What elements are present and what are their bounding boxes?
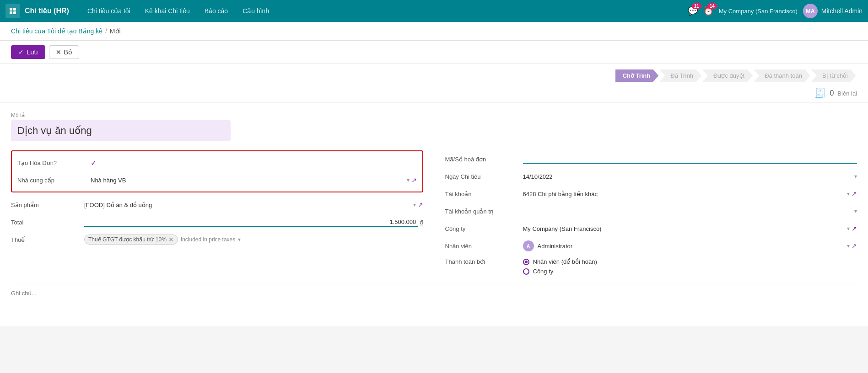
tai-khoan-quan-tri-dropdown-icon[interactable]: ▾ xyxy=(854,208,857,214)
ma-so-hoa-don-value xyxy=(523,155,857,164)
field-total: Total đ xyxy=(11,213,423,231)
total-input[interactable] xyxy=(84,218,418,227)
note-textarea[interactable] xyxy=(11,284,857,316)
messages-badge: 11 xyxy=(692,3,701,9)
radio-cong-ty[interactable]: Công ty xyxy=(523,268,597,275)
nha-cung-cap-label: Nhà cung cấp xyxy=(17,177,91,184)
san-pham-value: [FOOD] Đồ ăn & đồ uống ▾ ↗ xyxy=(84,201,423,208)
san-pham-text: [FOOD] Đồ ăn & đồ uống xyxy=(84,202,411,208)
clock-badge: 14 xyxy=(707,3,717,9)
san-pham-label: Sản phẩm xyxy=(11,202,84,208)
nha-cung-cap-external-link-icon[interactable]: ↗ xyxy=(411,176,417,184)
breadcrumb-current: Mới xyxy=(110,27,121,35)
tai-khoan-value: 6428 Chi phí bằng tiền khác ▾ ↗ xyxy=(523,190,857,197)
nha-cung-cap-value: Nhà hàng VB ▾ ↗ xyxy=(91,176,417,184)
tax-tag-remove-icon[interactable]: ✕ xyxy=(168,236,174,243)
field-tai-khoan: Tài khoản 6428 Chi phí bằng tiền khác ▾ … xyxy=(445,185,857,202)
user-name: Mitchell Admin xyxy=(821,7,863,15)
app-title: Chi tiêu (HR) xyxy=(25,7,69,15)
field-tai-khoan-quan-tri: Tài khoản quản trị ▾ xyxy=(445,202,857,220)
step-da-trinh[interactable]: Đã Trình xyxy=(659,69,701,82)
step-cho-trinh[interactable]: Chờ Trình xyxy=(615,69,659,82)
thanh-toan-boi-value: Nhân viên (để bồi hoàn) Công ty xyxy=(523,258,857,275)
status-steps: Chờ Trình Đã Trình Được duyệt Đã thanh t… xyxy=(0,64,868,82)
menu-ke-khai[interactable]: Kê khai Chi tiêu xyxy=(139,5,196,17)
breadcrumb-separator: / xyxy=(105,27,107,35)
nhan-vien-label: Nhân viên xyxy=(445,243,523,250)
menu-bao-cao[interactable]: Báo cáo xyxy=(198,5,234,17)
topnav-right: 💬 11 ⏰ 14 My Company (San Francisco) MA … xyxy=(688,4,863,18)
step-duoc-duyet[interactable]: Được duyệt xyxy=(702,69,753,82)
thue-label: Thuế xyxy=(11,236,84,243)
step-da-thanh-toan[interactable]: Đã thanh toán xyxy=(754,69,810,82)
clock-icon[interactable]: ⏰ 14 xyxy=(703,6,713,16)
nhan-vien-external-link-icon[interactable]: ↗ xyxy=(852,242,857,250)
ma-so-hoa-don-label: Mã/Số hoá đơn xyxy=(445,156,523,163)
radio-dot-cong-ty xyxy=(523,268,529,275)
messages-icon[interactable]: 💬 11 xyxy=(688,6,698,16)
radio-dot-nhan-vien xyxy=(523,259,529,265)
bills-count: 0 xyxy=(830,89,834,97)
tai-khoan-external-link-icon[interactable]: ↗ xyxy=(852,190,857,197)
check-icon: ✓ xyxy=(18,48,24,56)
step-bi-tu-choi[interactable]: Bị từ chối xyxy=(811,69,856,82)
breadcrumb: Chi tiêu của Tôi để tạo Bảng kê / Mới xyxy=(0,22,868,41)
field-thue: Thuế Thuế GTGT được khấu trừ 10% ✕ Inclu… xyxy=(11,231,423,248)
tai-khoan-quan-tri-label: Tài khoản quản trị xyxy=(445,208,523,215)
breadcrumb-link[interactable]: Chi tiêu của Tôi để tạo Bảng kê xyxy=(11,27,102,35)
discard-button[interactable]: ✕ Bỏ xyxy=(49,45,79,59)
ngay-chi-tieu-text: 14/10/2022 xyxy=(523,173,853,180)
user-menu[interactable]: MA Mitchell Admin xyxy=(803,4,863,18)
field-cong-ty: Công ty My Company (San Francisco) ▾ ↗ xyxy=(445,220,857,237)
nhan-vien-dropdown-icon[interactable]: ▾ xyxy=(847,243,850,249)
tai-khoan-dropdown-icon[interactable]: ▾ xyxy=(847,191,850,197)
field-san-pham: Sản phẩm [FOOD] Đồ ăn & đồ uống ▾ ↗ xyxy=(11,196,423,213)
radio-nhan-vien[interactable]: Nhân viên (để bồi hoàn) xyxy=(523,258,597,265)
san-pham-external-link-icon[interactable]: ↗ xyxy=(418,201,423,208)
thanh-toan-boi-label: Thanh toán bởi xyxy=(445,258,523,265)
field-thanh-toan-boi: Thanh toán bởi Nhân viên (để bồi hoàn) C… xyxy=(445,255,857,277)
status-steps-wrapper: Chờ Trình Đã Trình Được duyệt Đã thanh t… xyxy=(0,64,868,82)
bills-icon: 🧾 xyxy=(814,88,826,99)
menu-chi-tieu-cua-toi[interactable]: Chi tiêu của tôi xyxy=(81,5,137,17)
form-section: Mô tả Tạo Hóa Đơn? ✓ Nhà cung xyxy=(0,103,868,326)
form-left: Tạo Hóa Đơn? ✓ Nhà cung cấp Nhà hàng VB … xyxy=(11,150,423,277)
radio-nhan-vien-label: Nhân viên (để bồi hoàn) xyxy=(533,258,597,265)
mo-ta-input[interactable] xyxy=(11,120,231,141)
total-value: đ xyxy=(84,218,423,227)
bills-label: Biên lai xyxy=(837,90,857,97)
ma-so-hoa-don-input[interactable] xyxy=(523,155,857,164)
ngay-chi-tieu-dropdown-icon[interactable]: ▾ xyxy=(854,173,857,180)
tao-hoa-don-value: ✓ xyxy=(91,159,417,167)
cong-ty-text: My Company (San Francisco) xyxy=(523,225,846,232)
app-logo[interactable] xyxy=(5,4,20,18)
nha-cung-cap-dropdown-icon[interactable]: ▾ xyxy=(407,177,410,183)
tai-khoan-quan-tri-value: ▾ xyxy=(523,208,857,214)
tao-hoa-don-label: Tạo Hóa Đơn? xyxy=(17,160,91,166)
cong-ty-dropdown-icon[interactable]: ▾ xyxy=(847,225,850,232)
form-grid: Tạo Hóa Đơn? ✓ Nhà cung cấp Nhà hàng VB … xyxy=(11,150,857,277)
nhan-vien-value: A Administrator ▾ ↗ xyxy=(523,240,857,251)
cong-ty-value: My Company (San Francisco) ▾ ↗ xyxy=(523,225,857,232)
radio-cong-ty-label: Công ty xyxy=(533,268,554,275)
bills-counter: 🧾 0 Biên lai xyxy=(0,82,868,103)
main-content: 🧾 0 Biên lai Mô tả Tạo Hóa Đơn? ✓ xyxy=(0,82,868,326)
thue-value: Thuế GTGT được khấu trừ 10% ✕ Included i… xyxy=(84,234,423,245)
top-navigation: Chi tiêu (HR) Chi tiêu của tôi Kê khai C… xyxy=(0,0,868,22)
cong-ty-external-link-icon[interactable]: ↗ xyxy=(852,225,857,232)
field-ma-so-hoa-don: Mã/Số hoá đơn xyxy=(445,150,857,168)
menu-cau-hinh[interactable]: Cấu hình xyxy=(236,5,275,17)
tai-khoan-text: 6428 Chi phí bằng tiền khác xyxy=(523,191,846,197)
ngay-chi-tieu-label: Ngày Chi tiêu xyxy=(445,173,523,180)
thue-dropdown-icon[interactable]: ▾ xyxy=(238,236,241,243)
total-label: Total xyxy=(11,219,84,226)
checkbox-checked-icon[interactable]: ✓ xyxy=(91,159,97,167)
form-right: Mã/Số hoá đơn Ngày Chi tiêu 14/10/2022 ▾ xyxy=(445,150,857,277)
san-pham-dropdown-icon[interactable]: ▾ xyxy=(413,202,416,208)
main-menu: Chi tiêu của tôi Kê khai Chi tiêu Báo cá… xyxy=(81,5,685,17)
field-nha-cung-cap: Nhà cung cấp Nhà hàng VB ▾ ↗ xyxy=(12,171,422,189)
nhan-vien-text: Administrator xyxy=(538,243,846,250)
save-button[interactable]: ✓ Lưu xyxy=(11,45,45,59)
nhan-vien-avatar: A xyxy=(523,240,534,251)
field-tao-hoa-don: Tạo Hóa Đơn? ✓ xyxy=(12,154,422,171)
